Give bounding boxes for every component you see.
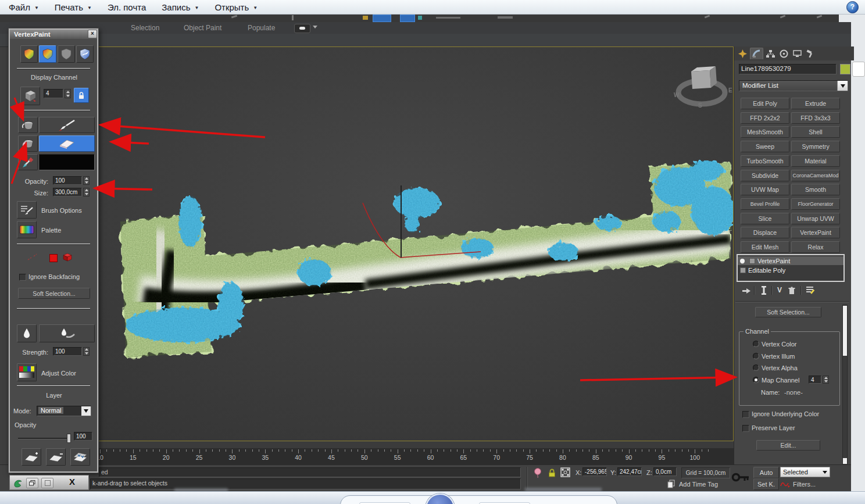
filters-button[interactable]: Filters... — [793, 481, 816, 488]
modifier-button-floorgenerator[interactable]: FloorGenerator — [791, 198, 840, 210]
pin-stack-icon[interactable] — [742, 287, 752, 297]
modifier-button-smooth[interactable]: Smooth — [791, 184, 840, 195]
adjust-color-icon-button[interactable] — [17, 363, 37, 381]
ribbon-tab-object-paint[interactable]: Object Paint — [184, 24, 221, 32]
modifier-button-ffd-2x2x2[interactable]: FFD 2x2x2 — [741, 112, 789, 124]
vertex-color-display-unshaded-button[interactable] — [58, 45, 75, 63]
modifier-button-slice[interactable]: Slice — [741, 213, 789, 224]
snap-gizmo-icon[interactable] — [560, 467, 570, 480]
vertex-alpha-display-button[interactable] — [76, 45, 94, 63]
dialog-title-bar[interactable]: VertexPaint — [10, 30, 97, 39]
viewcube-south-label[interactable]: S — [698, 102, 702, 109]
display-channel-value-field[interactable]: 4 — [44, 89, 63, 98]
erase-brush-button[interactable] — [39, 135, 95, 152]
modifier-button-bevel-profile[interactable]: Bevel Profile — [741, 198, 789, 210]
modifier-button-extrude[interactable]: Extrude — [791, 98, 840, 109]
ribbon-display-toggle[interactable] — [294, 24, 310, 33]
minimized-window-bar[interactable]: X — [9, 475, 89, 490]
modifier-button-material[interactable]: Material — [791, 155, 840, 167]
stack-item-vertexpaint[interactable]: VertexPaint — [738, 256, 843, 265]
layer-opacity-field[interactable]: 100 — [74, 432, 92, 441]
timeline-ruler[interactable]: 101520253035404550556065707580859095100 — [98, 448, 734, 464]
tab-create-icon[interactable] — [737, 48, 749, 59]
window-minimize-button[interactable] — [41, 478, 53, 488]
modifier-button-relax[interactable]: Relax — [791, 241, 840, 253]
paint-brush-button[interactable] — [39, 117, 95, 133]
make-unique-icon[interactable]: V — [777, 286, 782, 294]
panel-scrollbar-end[interactable] — [843, 458, 847, 464]
opacity-field[interactable]: 100 — [53, 176, 82, 185]
tab-motion-icon[interactable] — [778, 48, 790, 59]
perspective-viewport[interactable]: W S E — [98, 47, 734, 441]
channel-lock-button[interactable] — [74, 88, 89, 103]
remove-modifier-icon[interactable] — [788, 287, 796, 297]
modifier-button-sweep[interactable]: Sweep — [741, 141, 789, 152]
eyedropper-button[interactable] — [18, 154, 38, 170]
modifier-list-dropdown[interactable]: Modifier List — [739, 80, 848, 91]
modifier-button-ffd-3x3x3[interactable]: FFD 3x3x3 — [791, 112, 840, 124]
radio-vertex-alpha[interactable] — [753, 364, 759, 371]
erase-all-bucket-button[interactable] — [18, 135, 38, 152]
set-key-button[interactable]: Set K. — [753, 478, 779, 490]
help-icon[interactable]: ? — [846, 1, 859, 13]
tab-modify-icon[interactable] — [750, 48, 763, 59]
modifier-button-symmetry[interactable]: Symmetry — [791, 141, 840, 152]
display-channel-cube-button[interactable] — [20, 87, 40, 105]
menu-item-файл[interactable]: Файл▼ — [9, 2, 39, 12]
modifier-button-displace[interactable]: Displace — [741, 227, 789, 238]
add-time-tag-label[interactable]: Add Time Tag — [679, 481, 718, 488]
paint-color-swatch[interactable] — [39, 154, 95, 170]
vertex-mode-square-icon[interactable] — [49, 254, 58, 262]
modifier-button-meshsmooth[interactable]: MeshSmooth — [741, 126, 789, 138]
y-coord-field[interactable]: 242,47cm — [617, 467, 642, 476]
size-field[interactable]: 300,0cm — [53, 188, 82, 196]
dialog-soft-selection-button[interactable]: Soft Selection... — [18, 288, 90, 299]
tab-utilities-icon[interactable] — [805, 48, 817, 59]
soft-selection-button[interactable]: Soft Selection... — [755, 307, 821, 317]
modifier-button-vertexpaint[interactable]: VertexPaint — [791, 227, 840, 238]
map-channel-value-field[interactable]: 4 — [809, 376, 821, 384]
modifier-stack[interactable]: VertexPaintEditable Poly — [737, 254, 845, 282]
ignore-backfacing-checkbox[interactable] — [19, 274, 26, 281]
z-coord-field[interactable]: 0,0cm — [653, 467, 677, 476]
size-spinner[interactable] — [83, 188, 90, 196]
strength-spinner[interactable] — [83, 347, 90, 356]
ribbon-tab-selection[interactable]: Selection — [131, 24, 159, 32]
modifier-button-subdivide[interactable]: Subdivide — [741, 170, 789, 181]
menu-item-открыть[interactable]: Открыть▼ — [215, 2, 258, 12]
map-channel-spinner[interactable] — [823, 376, 829, 384]
object-name-field[interactable]: Line1789530279 — [739, 64, 837, 74]
blur-brush-button[interactable] — [39, 324, 95, 342]
modifier-button-edit-mesh[interactable]: Edit Mesh — [741, 241, 789, 253]
checkbox-preserve-layer[interactable] — [742, 425, 749, 432]
dropdown-arrow-button[interactable] — [81, 406, 91, 416]
modifier-button-turbosmooth[interactable]: TurboSmooth — [741, 155, 789, 167]
viewcube-east-label[interactable]: E — [728, 87, 732, 94]
menu-item-запись[interactable]: Запись▼ — [162, 2, 199, 12]
vertex-color-display-shaded-button[interactable] — [39, 45, 56, 63]
visibility-bulb-icon[interactable] — [740, 259, 745, 263]
new-layer-button[interactable] — [22, 448, 41, 466]
modifier-box-icon[interactable] — [740, 267, 746, 273]
panel-scrollbar-thumb[interactable] — [843, 306, 847, 356]
auto-key-button[interactable]: Auto — [753, 467, 779, 478]
paint-all-bucket-button[interactable] — [18, 117, 38, 133]
vertexpaint-dialog[interactable]: VertexPaint × Display Channel 4 Opacity:… — [8, 28, 99, 473]
layer-opacity-slider-track[interactable] — [18, 438, 68, 439]
radio-map-channel[interactable] — [753, 377, 759, 383]
edit-button[interactable]: Edit... — [756, 440, 820, 451]
selection-lock-icon[interactable] — [548, 469, 556, 480]
display-channel-spinner[interactable] — [65, 89, 71, 98]
modifier-button-shell[interactable]: Shell — [791, 126, 840, 138]
modifier-box-icon[interactable] — [749, 258, 755, 264]
ribbon-tab-populate[interactable]: Populate — [248, 24, 275, 32]
tab-hierarchy-icon[interactable] — [764, 48, 777, 59]
viewcube-west-label[interactable]: W — [674, 92, 680, 98]
isolate-balloon-icon[interactable] — [534, 468, 542, 480]
modifier-button-uvw-map[interactable]: UVW Map — [741, 184, 789, 195]
ribbon-chevron-down-icon[interactable] — [313, 26, 317, 28]
radio-vertex-color[interactable] — [753, 341, 759, 347]
key-filter-dropdown[interactable]: Selected — [780, 467, 830, 477]
condense-layers-button[interactable] — [70, 448, 90, 466]
menu-item-эл-почта[interactable]: Эл. почта — [108, 2, 146, 12]
